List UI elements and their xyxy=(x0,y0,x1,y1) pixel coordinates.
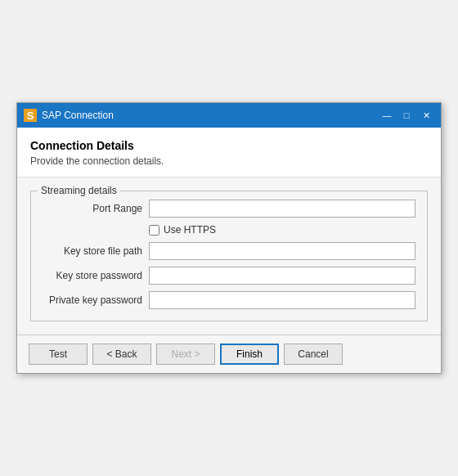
minimize-button[interactable]: — xyxy=(379,108,395,123)
app-icon: S xyxy=(24,109,37,122)
cancel-button[interactable]: Cancel xyxy=(284,344,343,365)
test-button[interactable]: Test xyxy=(29,344,88,365)
page-subtitle: Provide the connection details. xyxy=(30,155,428,167)
finish-button[interactable]: Finish xyxy=(220,344,279,365)
use-https-checkbox[interactable] xyxy=(149,225,159,236)
back-button[interactable]: < Back xyxy=(92,344,151,365)
use-https-row: Use HTTPS xyxy=(149,224,415,236)
content-area: Streaming details Port Range Use HTTPS K… xyxy=(17,177,441,335)
streaming-group-label: Streaming details xyxy=(38,185,120,196)
key-store-path-input[interactable] xyxy=(149,242,415,260)
header-section: Connection Details Provide the connectio… xyxy=(17,128,441,177)
close-button[interactable]: ✕ xyxy=(418,108,434,123)
footer: Test < Back Next > Finish Cancel xyxy=(17,335,441,373)
key-store-password-label: Key store password xyxy=(43,270,149,281)
key-store-password-input[interactable] xyxy=(149,267,415,285)
title-bar: S SAP Connection — □ ✕ xyxy=(17,103,441,128)
port-range-input[interactable] xyxy=(149,200,415,218)
private-key-password-label: Private key password xyxy=(43,294,149,306)
maximize-button[interactable]: □ xyxy=(398,108,415,123)
key-store-password-row: Key store password xyxy=(43,267,415,285)
page-title: Connection Details xyxy=(30,139,428,152)
use-https-label[interactable]: Use HTTPS xyxy=(164,224,216,236)
key-store-path-label: Key store file path xyxy=(43,245,149,257)
key-store-path-row: Key store file path xyxy=(43,242,415,260)
main-window: S SAP Connection — □ ✕ Connection Detail… xyxy=(16,102,442,374)
window-controls: — □ ✕ xyxy=(379,108,434,123)
window-title: SAP Connection xyxy=(42,110,114,121)
streaming-group: Streaming details Port Range Use HTTPS K… xyxy=(30,191,428,321)
title-bar-left: S SAP Connection xyxy=(24,109,114,122)
private-key-password-row: Private key password xyxy=(43,291,415,309)
private-key-password-input[interactable] xyxy=(149,291,415,309)
next-button[interactable]: Next > xyxy=(156,344,215,365)
port-range-row: Port Range xyxy=(43,200,415,218)
port-range-label: Port Range xyxy=(43,203,149,214)
